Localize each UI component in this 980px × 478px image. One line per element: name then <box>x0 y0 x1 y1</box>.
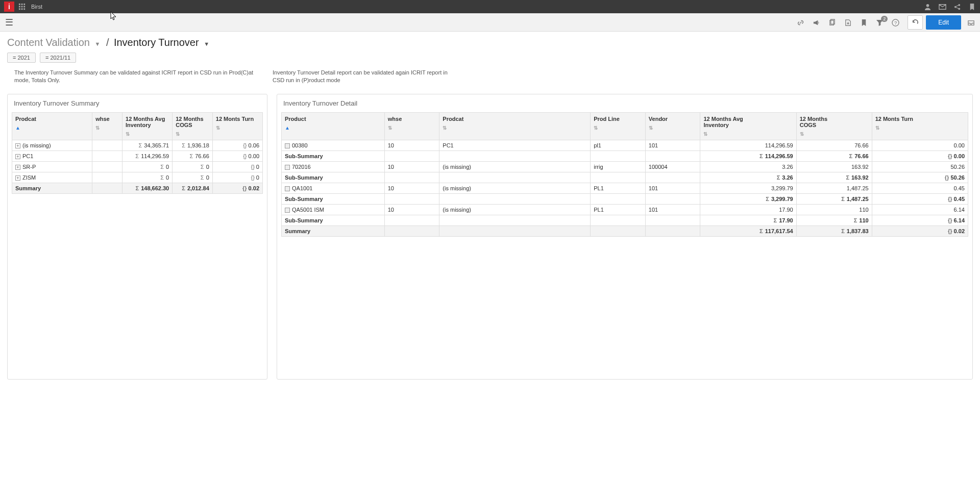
prodcat-link[interactable]: (is missing) <box>22 142 51 148</box>
collapse-icon[interactable] <box>285 186 290 191</box>
cell-turn: {} 0 <box>212 172 262 183</box>
cell-product: QA1001 <box>282 183 385 193</box>
cell-turn: {} 0.02 <box>872 226 968 237</box>
filter-icon[interactable]: 2 <box>876 18 884 27</box>
copy-icon[interactable] <box>828 18 836 27</box>
help-icon[interactable]: ? <box>892 18 899 27</box>
prodcat-link[interactable]: ZISM <box>22 174 36 181</box>
bookmark-icon[interactable] <box>968 3 976 11</box>
hamburger-menu-icon[interactable]: ☰ <box>5 17 13 28</box>
sigma-icon: Σ <box>849 153 853 159</box>
cell-prodcat: (is missing) <box>439 183 591 193</box>
expand-icon[interactable]: + <box>15 154 20 159</box>
col-prodline[interactable]: Prod Line⇅ <box>591 112 646 140</box>
user-icon[interactable] <box>924 3 932 11</box>
collapse-icon[interactable] <box>285 208 290 213</box>
col-whse[interactable]: whse⇅ <box>384 112 439 140</box>
cell-cogs: Σ1,837.83 <box>796 226 872 237</box>
cell-avg-inv: 17.90 <box>700 205 796 215</box>
cell-prodline: PL1 <box>591 183 646 193</box>
edit-button[interactable]: Edit <box>926 15 961 30</box>
col-avg-inv[interactable]: 12 Months Avg Inventory⇅ <box>122 112 173 140</box>
summary-panel: Inventory Turnover Summary Prodcat▲ whse… <box>7 94 267 380</box>
collapse-icon[interactable] <box>285 165 290 170</box>
collapse-icon[interactable] <box>285 143 290 148</box>
filter-chip-period[interactable]: = 2021/11 <box>40 53 76 63</box>
brace-icon: {} <box>251 164 254 170</box>
breadcrumb-separator: / <box>106 37 109 48</box>
col-avg-inv[interactable]: 12 Months Avg Inventory⇅ <box>700 112 796 140</box>
app-logo[interactable]: i <box>4 2 14 12</box>
cell-prodcat: PC1 <box>439 140 591 150</box>
filter-chips: = 2021 = 2021/11 <box>0 51 980 67</box>
cell-turn: {} 0.00 <box>212 150 262 161</box>
filter-chip-year[interactable]: = 2021 <box>7 53 36 63</box>
brace-icon: {} <box>242 185 247 191</box>
table-row: +(is missing)Σ34,365.71Σ1,936.18{} 0.06 <box>12 140 263 150</box>
cell-avg-inv: Σ3.26 <box>700 172 796 183</box>
table-row: QA5001 ISM10(is missing)PL110117.901106.… <box>282 205 968 215</box>
col-label: 12 Monts Turn <box>875 116 913 122</box>
sort-icon: ⇅ <box>800 131 869 137</box>
cell-prodline: pl1 <box>591 140 646 150</box>
col-turn[interactable]: 12 Monts Turn⇅ <box>872 112 968 140</box>
expand-icon[interactable]: + <box>15 143 20 148</box>
cell-summary-label: Summary <box>282 226 385 237</box>
brace-icon: {} <box>243 153 247 159</box>
col-prodcat[interactable]: Prodcat▲ <box>12 112 92 140</box>
apps-grid-icon[interactable] <box>18 3 26 11</box>
svg-rect-8 <box>23 9 25 10</box>
export-icon[interactable] <box>844 18 852 27</box>
breadcrumb-page[interactable]: Inventory Turnover ▼ <box>114 37 209 48</box>
refresh-button[interactable] <box>908 15 923 30</box>
sigma-icon: Σ <box>201 164 204 170</box>
cell-cogs: Σ2,012.84 <box>173 183 213 194</box>
cell-avg-inv: 114,296.59 <box>700 140 796 150</box>
bookmark-toolbar-icon[interactable] <box>860 18 868 27</box>
col-cogs[interactable]: 12 Months COGS⇅ <box>796 112 872 140</box>
col-whse[interactable]: whse⇅ <box>92 112 122 140</box>
breadcrumb-workspace[interactable]: Content Validation ▼ <box>7 37 103 48</box>
sigma-icon: Σ <box>160 164 164 170</box>
cell-whse <box>92 172 122 183</box>
cell-avg-inv: Σ0 <box>122 161 173 172</box>
brace-icon: {} <box>948 217 952 223</box>
cell-avg-inv: Σ17.90 <box>700 215 796 226</box>
sigma-icon: Σ <box>846 174 849 181</box>
col-prodcat[interactable]: Prodcat⇅ <box>439 112 591 140</box>
cell-cogs: Σ1,487.25 <box>796 194 872 205</box>
svg-rect-6 <box>19 9 20 10</box>
cell-turn: 0.00 <box>872 140 968 150</box>
sub-summary-row: Sub-SummaryΣ3.26Σ163.92{} 50.26 <box>282 172 968 183</box>
cell-turn: 50.26 <box>872 161 968 172</box>
cell-empty <box>92 183 122 194</box>
drawer-icon[interactable] <box>967 18 975 27</box>
sort-icon: ⇅ <box>875 125 965 131</box>
svg-rect-4 <box>21 6 23 8</box>
prodcat-link[interactable]: PC1 <box>22 153 33 159</box>
cell-sub-label: Sub-Summary <box>282 194 385 205</box>
col-product[interactable]: Product▲ <box>282 112 385 140</box>
cell-prodline: irrig <box>591 161 646 172</box>
cell-summary-label: Summary <box>12 183 92 194</box>
col-cogs[interactable]: 12 Months COGS⇅ <box>173 112 213 140</box>
col-turn[interactable]: 12 Monts Turn⇅ <box>212 112 262 140</box>
link-icon[interactable] <box>797 18 804 27</box>
svg-rect-0 <box>19 4 20 5</box>
cell-whse: 10 <box>384 183 439 193</box>
cell-avg-inv: Σ114,296.59 <box>700 150 796 161</box>
expand-icon[interactable]: + <box>15 175 20 181</box>
sort-icon: ⇅ <box>176 131 209 137</box>
cell-avg-inv: Σ34,365.71 <box>122 140 173 150</box>
sigma-icon: Σ <box>160 174 164 181</box>
col-vendor[interactable]: Vendor⇅ <box>645 112 700 140</box>
mail-icon[interactable] <box>939 3 946 11</box>
announce-icon[interactable] <box>813 18 820 27</box>
expand-icon[interactable]: + <box>15 165 20 170</box>
sigma-icon: Σ <box>136 185 139 191</box>
cell-avg-inv: 3.26 <box>700 161 796 172</box>
share-icon[interactable] <box>953 3 961 11</box>
breadcrumb-workspace-label: Content Validation <box>7 37 90 48</box>
cell-cogs: Σ163.92 <box>796 172 872 183</box>
prodcat-link[interactable]: SR-P <box>22 164 36 170</box>
